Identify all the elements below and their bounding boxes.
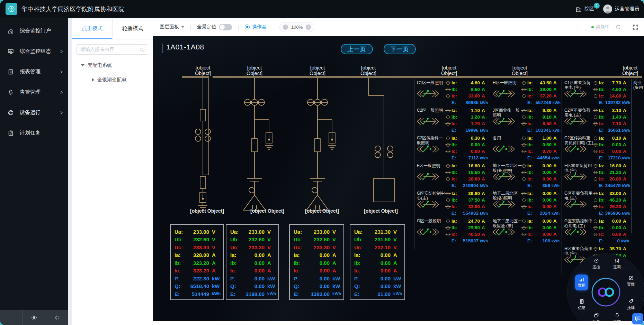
switch-symbol[interactable] [415,117,445,126]
switch-symbol[interactable] [415,200,445,209]
remote-adjust-button[interactable]: 遥调 [608,258,626,270]
feeder-block[interactable]: C2区一般照明 Ia:1.10A Ib:1.20A Ic:1.70A E:199… [414,106,490,134]
set-value-button[interactable]: 置数 [622,276,640,287]
switch-symbol[interactable] [491,89,521,98]
tree-node-label: 变配电系统 [88,62,112,68]
search-input[interactable]: 请输入搜索内容 [77,44,148,55]
bay-label: [object Object] [178,208,236,214]
energy-value: 219904 [461,183,478,188]
sidebar-item-portal[interactable]: 综合监控门户 [0,21,68,41]
ct-icon [522,164,526,168]
feeder-block[interactable]: F区一般照明 Ia:16.80A Ib:16.60A Ic:28.60A E:2… [414,162,490,189]
feeder-block[interactable]: F区重要负荷用电 (主) Ia:16.80A Ib:21.20A Ic:20.8… [562,162,631,189]
feeder-block[interactable]: G区安防控制中心用电 (主) Ia:0.00A Ib:0.00A Ic:0.00… [562,217,631,245]
status-dot-icon [591,26,594,28]
widget-hub[interactable] [591,277,621,307]
feeder-block[interactable]: G区一般照明 Ia:24.70A Ib:29.80A Ic:40.50A E:5… [414,217,490,245]
chat-button[interactable] [632,313,643,324]
sidebar-item-devices[interactable]: 设备运行 [0,102,68,123]
measurement-key: Ic: [290,268,306,273]
fullscreen-icon[interactable] [633,24,638,30]
switch-symbol[interactable] [491,117,521,126]
switch-symbol[interactable] [491,145,521,154]
tab-carousel-mode[interactable]: 轮播模式 [112,18,153,39]
switch-symbol[interactable] [563,172,592,181]
refresh-icon[interactable] [615,24,621,30]
ia-value: 16.80 [609,163,621,168]
measurement-row: Ib: 0.00 A [290,259,343,267]
data-button[interactable]: 数据 [573,275,591,290]
operation-disc-label: 操作盘 [252,24,267,30]
measurement-panel: Ua: 233.00 V Ub: 232.60 V Uc: [226,224,279,300]
feeder-block[interactable]: C2区重要负荷用电 (主) Ia:3.10A Ib:1.40A Ic:7.10A… [562,106,631,134]
feeder-block[interactable]: C2区传染科重要负荷用电 (主) Ia:0.10A Ib:0.00A Ic:0.… [562,134,631,162]
remote-control-button[interactable]: 遥控 [587,258,605,270]
ct-icon [446,115,450,119]
feeder-block[interactable]: G区安防控制中心(主) Ia:39.80A Ib:37.50A Ic:33.00… [414,189,490,217]
switch-symbol[interactable] [563,89,592,98]
tree-node-power-system[interactable]: 变配电系统 [81,62,153,68]
next-page-button[interactable]: 下一页 [384,44,416,54]
switch-symbol[interactable] [415,172,445,181]
tag-button[interactable]: 挂牌 [622,299,640,310]
campus-selector[interactable]: 院区 1 [575,6,594,12]
switch-symbol[interactable] [491,172,521,181]
measurement-value: 0.00 [242,260,265,266]
alarm-button[interactable]: 告警 [608,313,626,321]
zoom-level: 100% [291,25,303,30]
switch-symbol[interactable] [491,200,521,209]
feeder-block[interactable]: 地下二层北区一般(备)照明 Ia:0.00A Ib:0.00A Ic:0.00A… [490,189,562,217]
measurement-unit: kWh [330,291,343,296]
sidebar-item-scada[interactable]: 综合监控组态 [0,41,68,62]
ib-value: 39.00 [537,87,552,92]
layer-panel-dropdown[interactable]: 图层面板 [160,24,184,30]
ic-value: 33.00 [461,204,480,209]
ib-value: 9.10 [537,114,552,120]
collapse-sidebar-button[interactable] [45,310,68,325]
operation-disc-radio[interactable]: 操作盘 [245,24,267,30]
switch-symbol[interactable] [563,200,592,209]
batch-button[interactable]: 批量 [587,313,605,321]
user-menu[interactable]: 运营管理员 [603,4,639,13]
switch-symbol[interactable] [415,145,445,154]
feeder-block[interactable]: G区重要负荷用电 (主) Ia:33.00A Ib:46.20A Ic:26.3… [562,189,631,217]
switch-symbol[interactable] [415,228,445,236]
switch-symbol[interactable] [415,89,445,98]
scada-canvas[interactable]: 1A01-1A08 上一页 下一页 [object Object][object… [153,36,644,321]
feeder-block[interactable]: 地下二层北区一般应急 (兼) Ia:0.00A Ib:0.00A Ic:0.00… [490,217,562,245]
sidebar-item-alarms[interactable]: 告警管理 [0,82,68,102]
prev-page-button[interactable]: 上一页 [341,44,373,54]
sidebar-item-reports[interactable]: 报表管理 [0,62,68,82]
measurement-unit: V [391,236,404,242]
feeder-block[interactable]: C1区一般照明 Ia:4.60A Ib:8.60A Ic:33.00A E:86… [414,79,490,106]
panorama-toggle[interactable] [219,24,232,30]
ct-icon [522,109,526,112]
feeder-block[interactable]: 地下一层北区一般(备)照明 Ia:0.00A Ib:0.00A Ic:0.00A… [490,162,562,189]
ib-value: 0.00 [609,142,621,147]
sidebar-item-tasks[interactable]: 计划任务 [0,123,68,143]
tree-node-jinyinhu[interactable]: 金银湖变配电 [92,77,153,83]
feeder-block[interactable]: 备用 Ia:1.00A Ib:0.60A Ic:0.70A E:44654kWh [490,134,562,162]
ia-value: 0.00 [609,219,621,224]
measurement-value: 232.50 [306,236,330,242]
ct-icon [522,143,526,147]
tab-click-mode[interactable]: 点击模式 [72,18,112,39]
ic-value: 40.50 [461,232,480,237]
info-button[interactable]: 信息 [573,299,591,310]
switch-symbol[interactable] [491,228,521,236]
switch-symbol[interactable] [563,145,592,154]
zoom-out-button[interactable]: − [283,25,288,30]
measurement-key: Uc: [350,244,366,250]
measurement-key: Ua: [350,229,366,235]
feeder-block[interactable]: J区商业街一般照明 Ia:9.30A Ib:9.10A Ic:8.50A E:1… [490,106,562,134]
feeder-block[interactable]: H区一般照明 Ia:43.50A Ib:39.00A Ic:37.20A E:5… [490,79,562,106]
feeder-block[interactable]: C2区传染科一般照明 Ia:0.30A Ib:0.00A Ic:0.00A E:… [414,134,490,162]
ct-icon [446,220,450,223]
switch-symbol[interactable] [563,228,592,236]
measurement-unit: V [330,236,343,242]
measurement-value: 0.00 [366,260,391,266]
switch-symbol[interactable] [563,117,592,126]
feeder-block[interactable]: C1区重要负荷用电 (主) Ia:7.70A Ib:4.60A Ic:14.80… [562,79,631,106]
zoom-in-button[interactable]: + [306,25,311,30]
theme-toggle-button[interactable] [23,310,46,325]
